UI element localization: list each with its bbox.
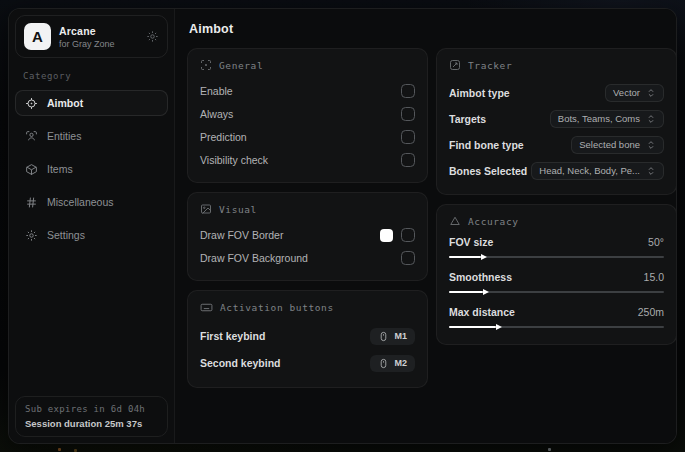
select-value: Selected bone [579,139,640,150]
mouse-icon [378,331,389,342]
card-title: Accuracy [468,216,519,227]
crosshair-icon [25,97,38,110]
left-column: General Enable Always Prediction [187,48,428,388]
sidebar-item-label: Items [47,163,73,175]
slider-value: 50° [648,236,664,248]
sidebar-item-entities[interactable]: Entities [15,123,168,149]
app-subtitle: for Gray Zone [59,39,138,49]
sidebar-nav: Aimbot Entities Items [15,90,168,248]
activation-card-header: Activation buttons [200,301,415,314]
setting-row-prediction: Prediction [200,126,415,148]
setting-label: Find bone type [449,139,524,151]
prediction-checkbox[interactable] [401,130,415,144]
entities-icon [25,130,38,143]
app-header-card: A Arcane for Gray Zone [15,15,168,58]
bones-selected-select[interactable]: Head, Neck, Body, Pe... [531,162,664,180]
setting-row-targets: Targets Bots, Teams, Coms [449,106,664,131]
targets-select[interactable]: Bots, Teams, Coms [550,110,664,128]
setting-row-first-keybind: First keybind M1 [200,323,415,349]
select-value: Bots, Teams, Coms [558,113,640,124]
select-value: Head, Neck, Body, Pe... [539,165,640,176]
setting-label: Visibility check [200,154,268,166]
category-label: Category [23,71,162,81]
sub-expiry-text: Sub expires in 6d 04h [25,404,158,414]
always-checkbox[interactable] [401,107,415,121]
setting-row-bones-selected: Bones Selected Head, Neck, Body, Pe... [449,158,664,183]
box-icon [25,163,38,176]
setting-label: Enable [200,85,233,97]
gear-icon[interactable] [146,30,159,43]
setting-label: Draw FOV Border [200,229,283,241]
setting-label: Always [200,108,233,120]
slider-fill [449,256,481,258]
hash-icon [25,196,38,209]
keybind-value: M2 [394,358,407,368]
fov-size-slider[interactable] [449,253,664,261]
app-window: A Arcane for Gray Zone Category [8,8,677,444]
slider-fill [449,326,496,328]
second-keybind-button[interactable]: M2 [370,355,415,372]
chevron-up-down-icon [646,140,656,150]
sidebar-item-label: Entities [47,130,81,142]
fov-background-checkbox[interactable] [401,251,415,265]
setting-label: Prediction [200,131,247,143]
setting-row-fov-border: Draw FOV Border [200,224,415,246]
setting-row-find-bone-type: Find bone type Selected bone [449,132,664,157]
setting-label: Bones Selected [449,165,527,177]
setting-label: Smoothness [449,271,512,283]
setting-label: Targets [449,113,486,125]
mouse-icon [378,358,389,369]
aimbot-type-select[interactable]: Vector [605,84,664,102]
card-title: Tracker [468,60,512,71]
setting-row-fov-background: Draw FOV Background [200,247,415,269]
first-keybind-button[interactable]: M1 [370,328,415,345]
slider-value: 15.0 [644,271,664,283]
enable-checkbox[interactable] [401,84,415,98]
visual-card: Visual Draw FOV Border Draw FOV Backgrou… [187,192,428,281]
slider-row-max-distance: Max distance 250m [449,306,664,331]
tracker-card-header: Tracker [449,59,664,71]
setting-row-enable: Enable [200,80,415,102]
content-grid: General Enable Always Prediction [175,46,677,388]
tracker-card: Tracker Aimbot type Vector [436,48,677,195]
sidebar-item-miscellaneous[interactable]: Miscellaneous [15,189,168,215]
setting-label: Aimbot type [449,87,510,99]
setting-label: Draw FOV Background [200,252,308,264]
app-logo: A [24,23,51,50]
scan-icon [200,59,212,71]
sidebar: A Arcane for Gray Zone Category [9,9,175,443]
accuracy-card: Accuracy FOV size 50° [436,204,677,345]
slider-value: 250m [638,306,664,318]
find-bone-type-select[interactable]: Selected bone [571,136,664,154]
keybind-value: M1 [394,331,407,341]
sidebar-item-aimbot[interactable]: Aimbot [15,90,168,116]
slider-row-smoothness: Smoothness 15.0 [449,271,664,296]
fov-border-color-swatch[interactable] [380,229,393,242]
sidebar-item-settings[interactable]: Settings [15,222,168,248]
setting-row-aimbot-type: Aimbot type Vector [449,80,664,105]
visibility-check-checkbox[interactable] [401,153,415,167]
general-card: General Enable Always Prediction [187,48,428,183]
session-duration-text: Session duration 25m 37s [25,418,158,429]
right-column: Tracker Aimbot type Vector [436,48,677,388]
background-speck [58,448,61,451]
activation-card: Activation buttons First keybind M1 [187,290,428,388]
visual-card-header: Visual [200,203,415,215]
setting-row-second-keybind: Second keybind M2 [200,350,415,376]
accuracy-card-header: Accuracy [449,215,664,227]
setting-row-always: Always [200,103,415,125]
app-meta: Arcane for Gray Zone [59,25,138,49]
sidebar-item-label: Aimbot [47,97,83,109]
page-title: Aimbot [189,22,669,36]
sidebar-item-label: Miscellaneous [47,196,114,208]
sidebar-item-items[interactable]: Items [15,156,168,182]
keyboard-icon [200,301,213,314]
card-title: General [219,60,263,71]
smoothness-slider[interactable] [449,288,664,296]
subscription-card: Sub expires in 6d 04h Session duration 2… [15,396,168,437]
card-title: Activation buttons [220,302,334,313]
general-card-header: General [200,59,415,71]
fov-border-checkbox[interactable] [401,228,415,242]
max-distance-slider[interactable] [449,323,664,331]
chevron-up-down-icon [646,88,656,98]
